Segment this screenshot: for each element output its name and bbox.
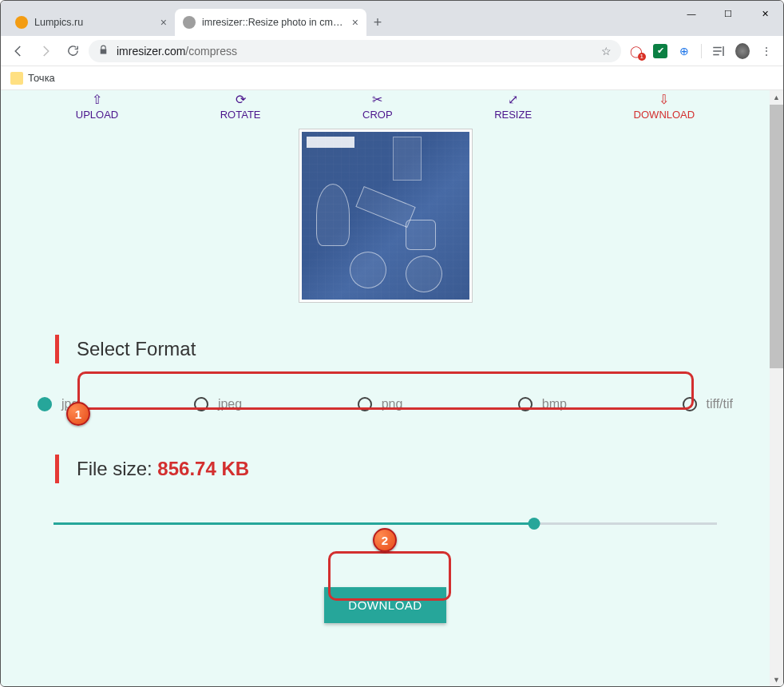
address-bar[interactable]: imresizer.com/compress ☆	[89, 40, 621, 62]
scroll-up-icon[interactable]: ▲	[770, 90, 783, 104]
format-label: tiff/tif	[707, 397, 734, 411]
extension-icon[interactable]: ◯1	[629, 44, 643, 58]
reload-button[interactable]	[61, 40, 84, 62]
browser-toolbar: imresizer.com/compress ☆ ◯1 ✔ ⊕ ⋮	[1, 36, 783, 66]
select-format-heading: Select Format	[55, 335, 722, 363]
format-option-png[interactable]: png	[358, 397, 403, 411]
radio-icon	[518, 397, 533, 411]
back-button[interactable]	[7, 40, 30, 62]
url-text: imresizer.com/compress	[117, 45, 237, 58]
preview-container	[1, 125, 770, 319]
step-label: DOWNLOAD	[634, 109, 695, 121]
filesize-label: File size:	[77, 458, 157, 479]
format-option-bmp[interactable]: bmp	[518, 397, 567, 411]
radio-icon	[38, 397, 52, 411]
tab-title: imresizer::Resize photo in cm, mm	[202, 17, 346, 28]
bookmark-item[interactable]: Точка	[28, 72, 55, 84]
extension-area: ◯1 ✔ ⊕ ⋮	[626, 44, 777, 58]
tab-title: Lumpics.ru	[34, 17, 154, 28]
format-options: jpg jpeg png bmp tiff/tif	[17, 386, 754, 423]
bookmark-star-icon[interactable]: ☆	[601, 45, 612, 58]
annotation-marker-1: 1	[66, 402, 90, 426]
step-resize[interactable]: ⤢RESIZE	[494, 92, 532, 121]
download-icon: ⇩	[634, 92, 695, 107]
slider-track	[53, 522, 717, 525]
image-preview	[299, 129, 473, 303]
page-viewport: ⇧UPLOAD ⟳ROTATE ✂CROP ⤢RESIZE ⇩DOWNLOAD	[1, 90, 783, 686]
browser-titlebar: Lumpics.ru × imresizer::Resize photo in …	[1, 1, 783, 36]
extension-icon[interactable]: ✔	[653, 44, 667, 58]
folder-icon	[10, 72, 23, 85]
radio-icon	[358, 397, 372, 411]
scroll-down-icon[interactable]: ▼	[770, 673, 783, 686]
lock-icon	[98, 45, 109, 58]
reload-icon	[66, 44, 80, 58]
radio-icon	[683, 397, 697, 411]
filesize-value: 856.74 KB	[157, 458, 249, 479]
favicon-icon	[183, 16, 196, 29]
arrow-left-icon	[11, 44, 26, 58]
close-icon[interactable]: ×	[352, 16, 358, 29]
forward-button[interactable]	[34, 40, 57, 62]
browser-tab-inactive[interactable]: Lumpics.ru ×	[7, 9, 175, 36]
annotation-marker-2: 2	[373, 528, 397, 552]
minimize-button[interactable]: —	[673, 1, 710, 26]
bookmarks-bar: Точка	[1, 66, 783, 90]
new-tab-button[interactable]: +	[366, 11, 389, 34]
step-label: UPLOAD	[76, 109, 118, 121]
slider-thumb[interactable]	[529, 518, 540, 530]
format-option-jpeg[interactable]: jpeg	[194, 397, 242, 411]
format-label: bmp	[542, 397, 567, 411]
rotate-icon: ⟳	[220, 92, 261, 107]
scrollbar-thumb[interactable]	[770, 105, 783, 368]
format-option-tiff[interactable]: tiff/tif	[683, 397, 734, 411]
download-button[interactable]: DOWNLOAD	[324, 587, 445, 623]
arrow-right-icon	[38, 44, 53, 58]
step-nav: ⇧UPLOAD ⟳ROTATE ✂CROP ⤢RESIZE ⇩DOWNLOAD	[1, 90, 770, 125]
step-label: CROP	[362, 109, 393, 121]
window-controls: — ☐ ✕	[673, 1, 783, 26]
format-label: png	[382, 397, 403, 411]
step-upload[interactable]: ⇧UPLOAD	[76, 92, 118, 121]
extension-icon[interactable]: ⊕	[677, 44, 691, 58]
step-crop[interactable]: ✂CROP	[362, 92, 393, 121]
file-size-heading: File size: 856.74 KB	[55, 455, 722, 483]
menu-button[interactable]: ⋮	[759, 44, 774, 58]
maximize-button[interactable]: ☐	[710, 1, 746, 26]
step-download[interactable]: ⇩DOWNLOAD	[634, 92, 695, 121]
favicon-icon	[15, 16, 28, 29]
upload-icon: ⇧	[76, 92, 118, 107]
step-label: RESIZE	[494, 109, 532, 121]
preview-image	[302, 132, 469, 300]
reading-list-icon[interactable]	[711, 44, 726, 58]
radio-icon	[194, 397, 208, 411]
crop-icon: ✂	[362, 92, 393, 107]
browser-tab-active[interactable]: imresizer::Resize photo in cm, mm ×	[175, 9, 366, 36]
step-label: ROTATE	[220, 109, 261, 121]
resize-icon: ⤢	[494, 92, 532, 107]
format-label: jpeg	[218, 397, 242, 411]
profile-avatar[interactable]	[735, 44, 750, 58]
close-window-button[interactable]: ✕	[746, 1, 783, 26]
close-icon[interactable]: ×	[160, 16, 167, 29]
separator	[701, 44, 702, 58]
step-rotate[interactable]: ⟳ROTATE	[220, 92, 261, 121]
